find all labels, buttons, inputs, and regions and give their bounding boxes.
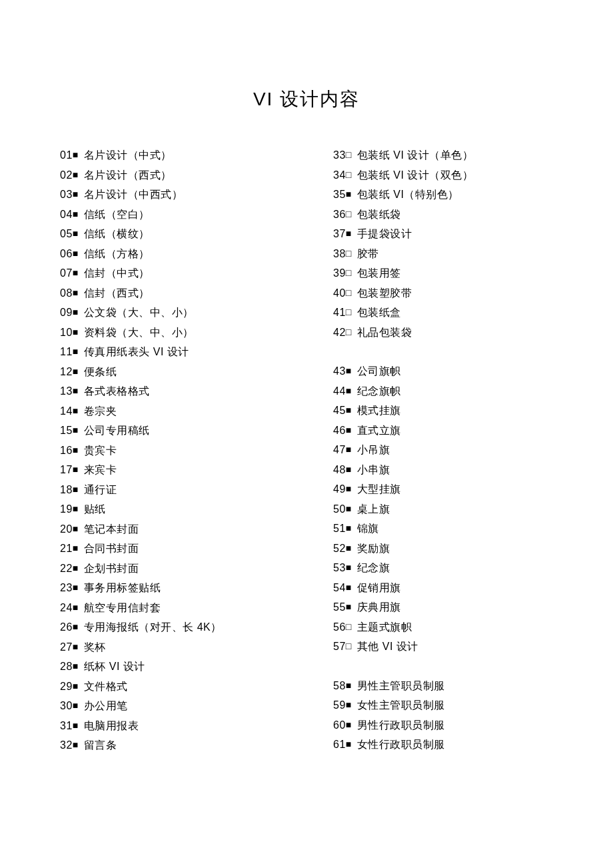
list-item: 14■卷宗夹 bbox=[60, 401, 280, 421]
item-number: 20 bbox=[60, 519, 73, 539]
filled-square-icon: ■ bbox=[346, 460, 352, 480]
item-label: 合同书封面 bbox=[84, 543, 139, 554]
list-item: 40□包装塑胶带 bbox=[333, 283, 553, 303]
item-label: 公司旗帜 bbox=[357, 365, 401, 377]
empty-square-icon: □ bbox=[346, 244, 352, 264]
filled-square-icon: ■ bbox=[73, 263, 79, 283]
item-number: 52 bbox=[333, 539, 346, 559]
list-item: 32■留言条 bbox=[60, 735, 280, 755]
item-number: 51 bbox=[333, 519, 346, 539]
list-item: 49■大型挂旗 bbox=[333, 479, 553, 499]
item-label: 女性行政职员制服 bbox=[357, 739, 445, 750]
item-label: 纸杯 VI 设计 bbox=[84, 661, 145, 672]
item-number: 46 bbox=[333, 421, 346, 441]
filled-square-icon: ■ bbox=[346, 597, 352, 617]
item-number: 10 bbox=[60, 323, 73, 343]
list-item: 48■小串旗 bbox=[333, 460, 553, 480]
item-number: 43 bbox=[333, 361, 346, 381]
filled-square-icon: ■ bbox=[73, 657, 79, 677]
page-title: VI 设计内容 bbox=[60, 87, 553, 112]
filled-square-icon: ■ bbox=[73, 185, 79, 205]
item-label: 企划书封面 bbox=[84, 563, 139, 574]
item-label: 公司专用稿纸 bbox=[84, 425, 150, 436]
item-label: 信纸（横纹） bbox=[84, 228, 150, 239]
item-number: 37 bbox=[333, 224, 346, 244]
filled-square-icon: ■ bbox=[73, 362, 79, 382]
list-item: 42□礼品包装袋 bbox=[333, 323, 553, 343]
list-item: 17■来宾卡 bbox=[60, 460, 280, 480]
empty-square-icon: □ bbox=[346, 303, 352, 323]
item-number: 03 bbox=[60, 185, 73, 205]
list-item: 24■航空专用信封套 bbox=[60, 598, 280, 618]
item-number: 17 bbox=[60, 460, 73, 480]
filled-square-icon: ■ bbox=[73, 244, 79, 264]
item-number: 48 bbox=[333, 460, 346, 480]
item-number: 44 bbox=[333, 381, 346, 401]
list-item: 44■纪念旗帜 bbox=[333, 381, 553, 401]
list-item: 37■手提袋设计 bbox=[333, 224, 553, 244]
item-label: 小串旗 bbox=[357, 464, 390, 475]
content-columns: 01■名片设计（中式）02■名片设计（西式）03■名片设计（中西式）04■信纸（… bbox=[60, 145, 553, 755]
item-number: 30 bbox=[60, 696, 73, 716]
filled-square-icon: ■ bbox=[73, 637, 79, 657]
item-label: 包装纸 VI 设计（单色） bbox=[357, 149, 474, 161]
filled-square-icon: ■ bbox=[346, 499, 352, 519]
list-item: 13■各式表格格式 bbox=[60, 381, 280, 401]
filled-square-icon: ■ bbox=[73, 559, 79, 579]
list-item: 51■锦旗 bbox=[333, 519, 553, 539]
filled-square-icon: ■ bbox=[73, 401, 79, 421]
list-item: 02■名片设计（西式） bbox=[60, 165, 280, 185]
item-label: 来宾卡 bbox=[84, 464, 117, 475]
item-label: 大型挂旗 bbox=[357, 483, 401, 495]
list-item: 01■名片设计（中式） bbox=[60, 145, 280, 165]
item-number: 02 bbox=[60, 165, 73, 185]
list-item: 11■传真用纸表头 VI 设计 bbox=[60, 342, 280, 362]
filled-square-icon: ■ bbox=[346, 578, 352, 598]
item-number: 26 bbox=[60, 617, 73, 637]
list-item: 15■公司专用稿纸 bbox=[60, 421, 280, 441]
item-number: 39 bbox=[333, 263, 346, 283]
item-number: 55 bbox=[333, 597, 346, 617]
list-item: 34□包装纸 VI 设计（双色） bbox=[333, 165, 553, 185]
list-item: 12■便条纸 bbox=[60, 362, 280, 382]
item-label: 包装塑胶带 bbox=[357, 287, 412, 299]
list-item: 16■贵宾卡 bbox=[60, 441, 280, 461]
item-number: 50 bbox=[333, 499, 346, 519]
filled-square-icon: ■ bbox=[346, 185, 352, 205]
filled-square-icon: ■ bbox=[73, 303, 79, 323]
empty-square-icon: □ bbox=[346, 637, 352, 657]
item-label: 名片设计（中西式） bbox=[84, 189, 183, 200]
list-item: 05■信纸（横纹） bbox=[60, 224, 280, 244]
item-label: 公文袋（大、中、小） bbox=[84, 307, 194, 318]
item-label: 贴纸 bbox=[84, 503, 106, 515]
item-number: 61 bbox=[333, 735, 346, 755]
list-item: 50■桌上旗 bbox=[333, 499, 553, 519]
list-item: 54■促销用旗 bbox=[333, 578, 553, 598]
filled-square-icon: ■ bbox=[346, 381, 352, 401]
empty-square-icon: □ bbox=[346, 165, 352, 185]
list-item: 61■女性行政职员制服 bbox=[333, 735, 553, 755]
item-label: 其他 VI 设计 bbox=[357, 641, 418, 652]
list-item: 55■庆典用旗 bbox=[333, 597, 553, 617]
item-number: 06 bbox=[60, 244, 73, 264]
item-label: 航空专用信封套 bbox=[84, 602, 161, 613]
left-column: 01■名片设计（中式）02■名片设计（西式）03■名片设计（中西式）04■信纸（… bbox=[60, 145, 280, 755]
filled-square-icon: ■ bbox=[346, 421, 352, 441]
item-label: 奖励旗 bbox=[357, 543, 390, 554]
item-label: 女性主管职员制服 bbox=[357, 699, 445, 711]
list-item: 60■男性行政职员制服 bbox=[333, 715, 553, 735]
empty-square-icon: □ bbox=[346, 145, 352, 165]
item-label: 礼品包装袋 bbox=[357, 327, 412, 338]
filled-square-icon: ■ bbox=[73, 421, 79, 441]
item-number: 56 bbox=[333, 617, 346, 637]
item-label: 锦旗 bbox=[357, 523, 379, 534]
item-number: 41 bbox=[333, 303, 346, 323]
filled-square-icon: ■ bbox=[346, 440, 352, 460]
item-number: 36 bbox=[333, 205, 346, 225]
filled-square-icon: ■ bbox=[73, 499, 79, 519]
item-label: 包装纸袋 bbox=[357, 209, 401, 220]
filled-square-icon: ■ bbox=[346, 715, 352, 735]
item-label: 笔记本封面 bbox=[84, 523, 139, 535]
list-item: 22■企划书封面 bbox=[60, 559, 280, 579]
item-label: 庆典用旗 bbox=[357, 601, 401, 613]
